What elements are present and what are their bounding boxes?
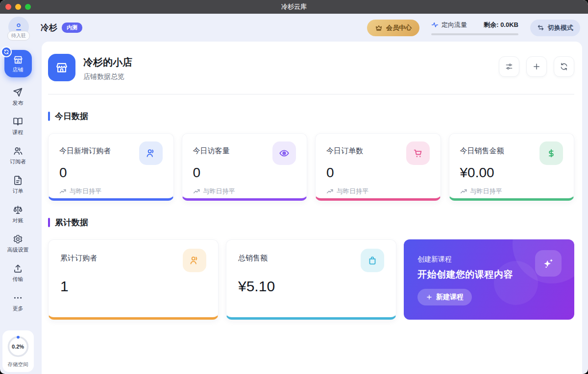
traffic-remaining: 剩余: 0.0KB — [484, 21, 518, 29]
refresh-button[interactable] — [554, 56, 574, 77]
trending-up-icon — [59, 188, 67, 195]
stat-value: ¥5.10 — [238, 279, 384, 294]
storage-percent: 0.2% — [7, 335, 29, 358]
app-window: 冷杉云库 待入驻 冷杉 内测 会员中心 定向流量 剩余: 0.0KB — [0, 0, 588, 374]
refresh-icon — [560, 62, 568, 71]
traffic-progress-bar — [431, 33, 518, 35]
stat-card-new-subscribers: 今日新增订购者 0 与昨日持平 — [48, 133, 174, 201]
username: 冷杉 — [41, 22, 57, 33]
users-icon — [139, 141, 163, 165]
plus-icon — [532, 62, 541, 71]
sidebar-item-orders[interactable]: 订单 — [13, 175, 24, 195]
cumulative-section-header: 累计数据 — [48, 217, 574, 228]
section-title: 累计数据 — [55, 217, 88, 228]
sidebar-item-subscribers[interactable]: 订阅者 — [10, 146, 26, 165]
sidebar-item-label: 对账 — [13, 217, 24, 224]
minimize-window-button[interactable] — [15, 4, 21, 10]
upload-icon — [13, 263, 23, 274]
user-avatar[interactable]: 待入驻 — [6, 17, 31, 39]
storage-widget[interactable]: 0.2% 存储空间 — [2, 330, 34, 372]
stat-trend: 与昨日持平 — [203, 187, 235, 196]
sidebar-item-transfer[interactable]: 传输 — [13, 263, 24, 283]
switch-mode-label: 切换模式 — [548, 23, 573, 32]
today-section-header: 今日数据 — [48, 111, 574, 122]
swap-icon — [537, 24, 544, 31]
plus-icon — [426, 294, 433, 301]
sidebar-item-publish[interactable]: 发布 — [13, 87, 24, 107]
new-course-button[interactable]: 新建课程 — [417, 289, 472, 305]
traffic-lights — [5, 4, 31, 10]
today-cards: 今日新增订购者 0 与昨日持平 今日访客量 — [48, 133, 574, 201]
stat-card-visitors: 今日访客量 0 与昨日持平 — [182, 133, 308, 201]
cumulative-cards: 累计订购者 1 总销售额 ¥5.10 — [48, 239, 574, 320]
crown-icon — [375, 24, 383, 32]
stat-card-sales: 今日销售金额 ¥0.00 与昨日持平 — [449, 133, 575, 201]
section-accent-bar — [48, 218, 50, 227]
sidebar: 店铺 发布 课程 订阅者 — [0, 42, 36, 374]
sidebar-item-advanced-settings[interactable]: 高级设置 — [7, 234, 29, 254]
stat-trend: 与昨日持平 — [70, 187, 101, 196]
sidebar-item-label: 高级设置 — [7, 246, 29, 254]
member-center-label: 会员中心 — [386, 23, 412, 32]
stat-label: 今日访客量 — [193, 141, 230, 156]
stat-card-total-sales: 总销售额 ¥5.10 — [226, 239, 396, 320]
file-text-icon — [13, 175, 23, 186]
close-window-button[interactable] — [5, 4, 11, 10]
dollar-icon — [539, 141, 563, 165]
sparkles-icon — [535, 250, 562, 277]
stat-label: 累计订购者 — [60, 249, 97, 263]
divider — [48, 94, 574, 94]
stat-label: 总销售额 — [238, 249, 268, 263]
shop-title: 冷杉的小店 — [83, 56, 132, 69]
send-icon — [13, 87, 23, 97]
sidebar-item-label: 发布 — [13, 99, 24, 107]
shop-toolbar — [499, 54, 574, 77]
sidebar-item-label: 传输 — [13, 276, 24, 283]
zoom-window-button[interactable] — [25, 4, 31, 10]
sidebar-item-label: 店铺 — [13, 66, 24, 73]
traffic-widget: 定向流量 剩余: 0.0KB — [431, 21, 518, 35]
stat-value: ¥0.00 — [460, 166, 564, 180]
topbar: 待入驻 冷杉 内测 会员中心 定向流量 剩余: 0.0KB — [0, 14, 588, 42]
sidebar-item-label: 订阅者 — [10, 158, 26, 165]
titlebar: 冷杉云库 — [0, 0, 588, 14]
trending-up-icon — [460, 188, 467, 195]
switch-mode-button[interactable]: 切换模式 — [530, 20, 580, 36]
member-center-button[interactable]: 会员中心 — [367, 20, 419, 36]
beta-badge: 内测 — [62, 23, 82, 33]
stat-value: 1 — [60, 279, 206, 294]
filter-button[interactable] — [499, 56, 519, 77]
ellipsis-icon — [13, 293, 23, 303]
sidebar-item-courses[interactable]: 课程 — [13, 117, 24, 136]
eye-icon — [272, 141, 296, 165]
users-icon — [13, 146, 23, 156]
stat-card-orders: 今日订单数 0 与昨日持平 — [315, 133, 441, 201]
sidebar-item-reconciliation[interactable]: 对账 — [13, 205, 24, 224]
scale-icon — [13, 205, 23, 215]
sidebar-item-label: 订单 — [13, 187, 24, 195]
body: 店铺 发布 课程 订阅者 — [0, 42, 588, 374]
shop-subtitle: 店铺数据总览 — [83, 72, 132, 81]
sidebar-item-more[interactable]: 更多 — [13, 293, 24, 312]
storage-ring: 0.2% — [7, 335, 29, 358]
sidebar-item-shop[interactable]: 店铺 — [4, 50, 32, 77]
stat-label: 今日新增订购者 — [59, 141, 111, 156]
sliders-icon — [505, 62, 514, 71]
store-icon — [13, 54, 24, 65]
stat-label: 今日销售金额 — [460, 141, 504, 156]
stat-card-total-subscribers: 累计订购者 1 — [48, 239, 219, 320]
stat-trend: 与昨日持平 — [470, 187, 502, 196]
trending-up-icon — [326, 188, 334, 195]
sidebar-item-label: 更多 — [13, 305, 24, 312]
section-accent-bar — [48, 112, 50, 121]
trending-up-icon — [193, 188, 200, 195]
window-title: 冷杉云库 — [0, 2, 588, 11]
pulse-icon — [431, 21, 439, 28]
cart-icon — [406, 141, 430, 165]
avatar-status-badge: 待入驻 — [7, 31, 30, 41]
users-icon — [183, 249, 206, 272]
stat-value: 0 — [326, 166, 430, 180]
stat-trend: 与昨日持平 — [337, 187, 368, 196]
sync-icon — [1, 47, 12, 57]
add-button[interactable] — [526, 56, 547, 77]
